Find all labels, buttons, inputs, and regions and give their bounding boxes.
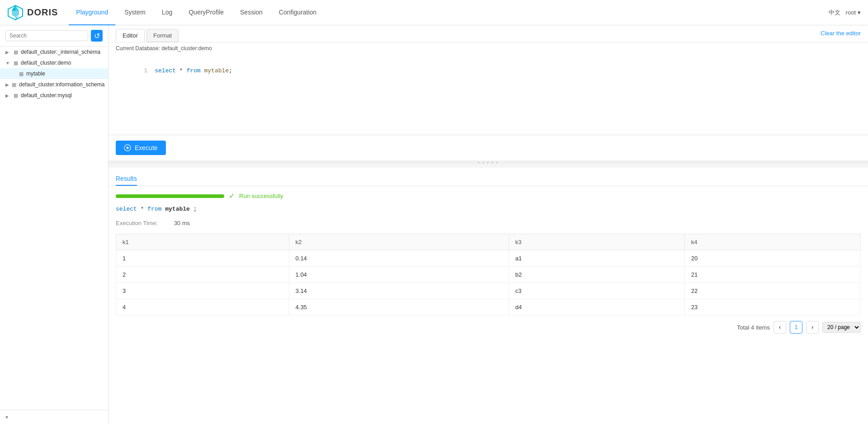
cell: 21 xyxy=(684,267,860,283)
table-row: 3 3.14 c3 22 xyxy=(116,283,861,299)
next-page-button[interactable]: › xyxy=(806,321,819,334)
sidebar: ↺ ▶ ▦ default_cluster:_internal_schema ▼… xyxy=(0,25,108,424)
doris-logo-icon xyxy=(7,5,24,21)
cell: 23 xyxy=(684,299,860,316)
search-bar: ↺ xyxy=(0,25,108,47)
sidebar-collapse-button[interactable]: ▾ xyxy=(5,414,8,420)
cell: 4 xyxy=(116,299,289,316)
execute-area: Execute xyxy=(108,135,868,160)
table-body: 1 0.14 a1 20 2 1.04 b2 21 3 3.14 c3 xyxy=(116,250,861,316)
db-icon: ▦ xyxy=(14,93,18,99)
execute-button[interactable]: Execute xyxy=(116,141,166,155)
cell: a1 xyxy=(509,250,684,267)
line-number: 1 xyxy=(144,67,147,74)
logo-text: DORIS xyxy=(27,7,58,18)
tree-label: default_cluster:information_schema xyxy=(19,81,104,88)
tree-label: default_cluster:_internal_schema xyxy=(21,49,100,55)
tree-item-mysql[interactable]: ▶ ▦ default_cluster:mysql xyxy=(0,90,108,101)
total-items-label: Total 4 items xyxy=(737,324,770,331)
progress-bar-bg xyxy=(116,194,224,198)
user-menu[interactable]: root ▾ xyxy=(846,9,861,16)
refresh-button[interactable]: ↺ xyxy=(91,30,103,42)
cell: c3 xyxy=(509,283,684,299)
nav-item-playground[interactable]: Playground xyxy=(69,0,115,25)
col-header-k3: k3 xyxy=(509,234,684,250)
drag-handle[interactable]: • • • • • xyxy=(108,160,868,164)
tree-item-demo[interactable]: ▼ ▦ default_cluster:demo xyxy=(0,57,108,68)
nav-item-queryprofile[interactable]: QueryProfile xyxy=(181,0,231,25)
user-chevron-icon: ▾ xyxy=(858,9,861,16)
cell: 1 xyxy=(116,250,289,267)
db-icon: ▦ xyxy=(14,60,18,66)
current-page-number[interactable]: 1 xyxy=(790,321,802,334)
exec-time-label: Execution Time: xyxy=(116,220,158,226)
tab-results[interactable]: Results xyxy=(116,172,137,186)
nav-right: 中文 root ▾ xyxy=(829,9,861,17)
chevron-icon: ▶ xyxy=(5,50,11,55)
editor-tabs: Editor Format Clear the editor xyxy=(108,25,868,42)
code-editor[interactable]: 1select * from mytable; xyxy=(108,53,868,135)
execute-play-icon xyxy=(124,144,131,151)
table-row: 4 4.35 d4 23 xyxy=(116,299,861,316)
progress-bar-area: ✓ Run successfully xyxy=(108,186,868,202)
tree-label: mytable xyxy=(26,71,45,77)
tab-editor[interactable]: Editor xyxy=(116,29,145,42)
tab-format[interactable]: Format xyxy=(146,29,179,42)
cell: 1.04 xyxy=(289,267,509,283)
username-label: root xyxy=(846,9,856,16)
content-area: Editor Format Clear the editor Current D… xyxy=(108,25,868,424)
svg-marker-6 xyxy=(127,146,129,149)
cell: 2 xyxy=(116,267,289,283)
table-header: k1 k2 k3 k4 xyxy=(116,234,861,250)
cell: 3.14 xyxy=(289,283,509,299)
nav-item-configuration[interactable]: Configuration xyxy=(272,0,324,25)
top-nav: DORIS Playground System Log QueryProfile… xyxy=(0,0,868,25)
success-check-icon: ✓ xyxy=(229,192,235,200)
exec-time-value: 30 ms xyxy=(174,220,190,226)
cell: 20 xyxy=(684,250,860,267)
cell: 0.14 xyxy=(289,250,509,267)
cell: 22 xyxy=(684,283,860,299)
run-success-text: Run successfully xyxy=(239,193,283,199)
col-header-k2: k2 xyxy=(289,234,509,250)
chevron-icon: ▶ xyxy=(5,93,11,98)
result-table: k1 k2 k3 k4 1 0.14 a1 20 2 1.0 xyxy=(116,234,861,316)
tree-item-internal-schema[interactable]: ▶ ▦ default_cluster:_internal_schema xyxy=(0,47,108,57)
sidebar-bottom: ▾ xyxy=(0,410,108,424)
chevron-icon: ▼ xyxy=(5,61,11,66)
table-icon: ▦ xyxy=(19,71,24,77)
db-icon: ▦ xyxy=(12,82,16,88)
db-icon: ▦ xyxy=(14,49,18,55)
pagination: Total 4 items ‹ 1 › 20 / page xyxy=(108,316,868,339)
prev-page-button[interactable]: ‹ xyxy=(774,321,786,334)
cell: 4.35 xyxy=(289,299,509,316)
tree-label: default_cluster:demo xyxy=(21,60,71,66)
execute-label: Execute xyxy=(135,144,158,151)
table-row: 2 1.04 b2 21 xyxy=(116,267,861,283)
nav-item-session[interactable]: Session xyxy=(233,0,270,25)
col-header-k1: k1 xyxy=(116,234,289,250)
cell: d4 xyxy=(509,299,684,316)
cell: 3 xyxy=(116,283,289,299)
editor-area: Editor Format Clear the editor Current D… xyxy=(108,25,868,135)
results-area: Results ✓ Run successfully select * from… xyxy=(108,168,868,424)
nav-items: Playground System Log QueryProfile Sessi… xyxy=(69,0,828,25)
clear-editor-button[interactable]: Clear the editor xyxy=(821,30,861,37)
table-header-row: k1 k2 k3 k4 xyxy=(116,234,861,250)
current-database-label: Current Database: default_cluster:demo xyxy=(108,42,868,53)
page-size-select[interactable]: 20 / page xyxy=(822,322,861,333)
progress-bar-fill xyxy=(116,194,224,198)
main-layout: ↺ ▶ ▦ default_cluster:_internal_schema ▼… xyxy=(0,25,868,424)
logo-area: DORIS xyxy=(7,5,58,21)
nav-item-system[interactable]: System xyxy=(117,0,153,25)
refresh-icon: ↺ xyxy=(94,32,100,40)
nav-item-log[interactable]: Log xyxy=(155,0,179,25)
tree-label: default_cluster:mysql xyxy=(21,92,72,99)
search-input[interactable] xyxy=(5,30,88,41)
tree-item-information-schema[interactable]: ▶ ▦ default_cluster:information_schema xyxy=(0,79,108,90)
results-tabs: Results xyxy=(108,168,868,186)
cell: b2 xyxy=(509,267,684,283)
tree-item-mytable[interactable]: ▦ mytable xyxy=(0,68,108,79)
lang-switcher[interactable]: 中文 xyxy=(829,9,840,17)
query-echo: select * from mytable ; xyxy=(108,202,868,216)
